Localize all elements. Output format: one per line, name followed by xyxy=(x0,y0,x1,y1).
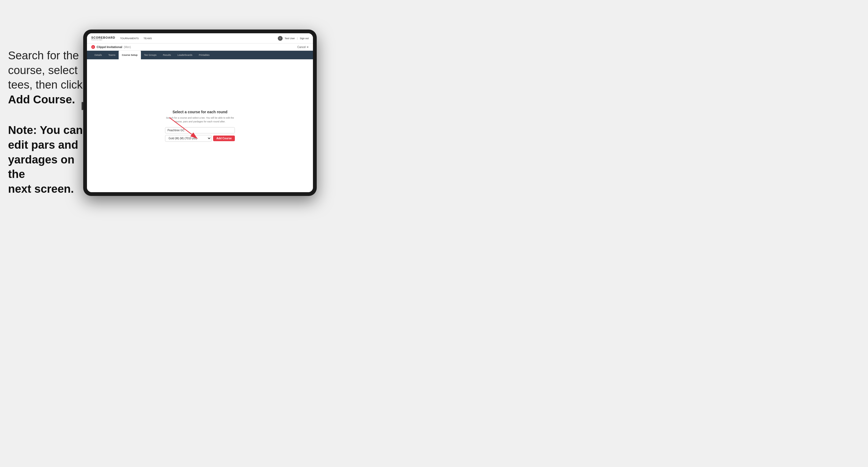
nav-teams[interactable]: TEAMS xyxy=(144,37,152,40)
tab-tee-groups[interactable]: Tee Groups xyxy=(141,51,160,59)
navbar-right: U Test User | Sign out xyxy=(278,36,309,41)
section-description: Search for a course and select a tee. Yo… xyxy=(165,116,235,123)
tournament-name: Clippd Invitational xyxy=(97,45,122,49)
main-content: Select a course for each round Search fo… xyxy=(87,59,313,192)
tablet-power-button xyxy=(82,102,83,110)
tab-details[interactable]: Details xyxy=(91,51,105,59)
tablet-screen: SCOREBOARD Powered by clippd TOURNAMENTS… xyxy=(87,33,313,192)
tournament-title-row: C Clippd Invitational (Men) xyxy=(91,45,131,49)
logo-text: SCOREBOARD xyxy=(91,36,115,39)
tournament-sub: (Men) xyxy=(124,45,131,49)
course-section: Select a course for each round Search fo… xyxy=(165,110,235,142)
tournament-icon: C xyxy=(91,45,95,49)
tee-select[interactable]: Gold (M) (M) (7010 yds) xyxy=(165,135,212,142)
annotation-line1: Search for the course, select tees, then… xyxy=(8,48,83,107)
tablet-device: SCOREBOARD Powered by clippd TOURNAMENTS… xyxy=(83,30,317,196)
separator: | xyxy=(297,37,298,40)
nav-tournaments[interactable]: TOURNAMENTS xyxy=(120,37,138,40)
tab-course-setup[interactable]: Course Setup xyxy=(119,51,141,59)
user-avatar: U xyxy=(278,36,283,41)
user-name: Test User xyxy=(285,37,295,40)
add-course-button[interactable]: Add Course xyxy=(213,135,235,141)
navbar: SCOREBOARD Powered by clippd TOURNAMENTS… xyxy=(87,33,313,43)
tab-results[interactable]: Results xyxy=(160,51,174,59)
annotation-bold: Add Course. xyxy=(8,93,75,106)
logo-area: SCOREBOARD Powered by clippd xyxy=(91,36,115,40)
navbar-left: SCOREBOARD Powered by clippd TOURNAMENTS… xyxy=(91,36,152,40)
section-title: Select a course for each round xyxy=(165,110,235,114)
course-search-input[interactable] xyxy=(165,127,235,133)
logo-sub: Powered by clippd xyxy=(91,39,115,40)
cancel-button[interactable]: Cancel ✕ xyxy=(298,45,309,49)
annotation-note: Note: You can edit pars and yardages on … xyxy=(8,123,83,196)
tab-bar: Details Teams Course Setup Tee Groups Re… xyxy=(87,51,313,59)
tab-teams[interactable]: Teams xyxy=(105,51,119,59)
tee-selector-row: Gold (M) (M) (7010 yds) Add Course xyxy=(165,135,235,142)
annotation-area: Search for the course, select tees, then… xyxy=(8,48,83,196)
tab-leaderboards[interactable]: Leaderboards xyxy=(174,51,196,59)
tab-printables[interactable]: Printables xyxy=(196,51,213,59)
sign-out-link[interactable]: Sign out xyxy=(300,37,309,40)
tournament-header: C Clippd Invitational (Men) Cancel ✕ xyxy=(87,43,313,51)
